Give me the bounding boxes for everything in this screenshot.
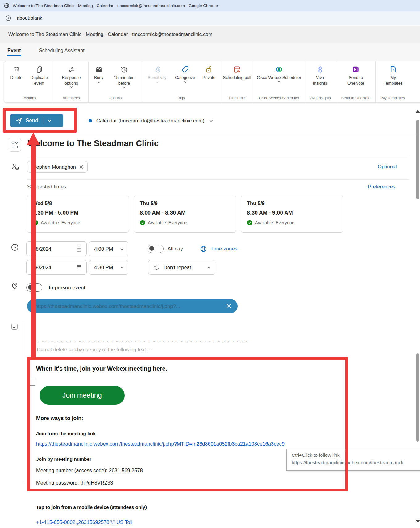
- location-pin-icon: [10, 282, 19, 291]
- availability-text: Available: Everyone: [148, 220, 187, 225]
- repeat-field[interactable]: Don't repeat: [148, 260, 215, 275]
- suggested-time-card[interactable]: Thu 5/9 8:00 AM - 8:30 AM Available: Eve…: [134, 196, 236, 233]
- time-zones-link[interactable]: Time zones: [210, 246, 237, 252]
- calendar-icon[interactable]: [76, 245, 82, 252]
- chevron-down-icon: [156, 81, 159, 83]
- join-meeting-button[interactable]: Join meeting: [40, 386, 125, 405]
- copy-icon: [35, 65, 43, 74]
- link-tooltip: Ctrl+Click to follow link https://theste…: [286, 449, 420, 471]
- ribbon-group-label: Viva Insights: [305, 96, 335, 102]
- image-placeholder-box: [30, 379, 35, 386]
- mobile-join-number-link[interactable]: +1-415-655-0002,,26315692578## US Toll: [36, 519, 132, 525]
- tooltip-url: https://thesteadmanclinic.webex.com/thes…: [292, 460, 417, 465]
- end-date-field[interactable]: 5/8/2024: [26, 260, 87, 275]
- suggested-time-card[interactable]: Wed 5/8 4:30 PM - 5:00 PM Available: Eve…: [27, 196, 129, 233]
- poll-calendar-icon: [233, 65, 241, 74]
- alarm-clock-icon: [120, 65, 128, 74]
- in-person-label: In-person event: [49, 285, 85, 291]
- send-split-divider: [44, 117, 44, 124]
- sliders-icon: [67, 65, 76, 74]
- start-time-field[interactable]: 4:00 PM: [89, 241, 128, 256]
- scrollbar-thumb[interactable]: [416, 120, 419, 199]
- webex-location-pill[interactable]: https://thesteadmanclinic.webex.com/thes…: [27, 299, 238, 313]
- scrollbar-thumb[interactable]: [416, 353, 419, 442]
- send-button[interactable]: Send: [10, 114, 63, 127]
- ribbon-button-label: Cisco Webex Scheduler: [257, 75, 301, 80]
- attendee-chip[interactable]: Stephen Monaghan: [27, 161, 88, 173]
- suggested-time-card[interactable]: Thu 5/9 8:30 AM - 9:00 AM Available: Eve…: [241, 196, 343, 233]
- meeting-password: Meeting password: thPgH8VRZ33: [36, 480, 113, 486]
- join-meeting-label: Join meeting: [62, 391, 102, 399]
- calendar-icon[interactable]: [76, 264, 82, 271]
- reminder-button[interactable]: 15 minutes before: [108, 61, 140, 88]
- start-date-field[interactable]: 5/8/2024: [26, 241, 87, 256]
- optional-attendees-link[interactable]: Optional: [378, 164, 397, 170]
- tab-event[interactable]: Event: [7, 48, 21, 53]
- categorize-button[interactable]: Categorize: [171, 61, 199, 83]
- send-dropdown-chevron[interactable]: [48, 119, 52, 122]
- ribbon-group-viva: Viva Insights Viva Insights: [304, 61, 336, 102]
- busy-status-button[interactable]: Busy: [90, 61, 108, 83]
- webex-headline: When it's time, join your Webex meeting …: [36, 365, 167, 372]
- ribbon-group-label: Options: [90, 96, 140, 102]
- address-bar[interactable]: about:blank: [0, 11, 420, 25]
- chevron-down-icon: [70, 86, 73, 88]
- private-button[interactable]: Private: [199, 61, 218, 80]
- url-text[interactable]: about:blank: [17, 15, 42, 21]
- ribbon-group-label: Tags: [143, 96, 218, 102]
- calendar-color-dot: [89, 119, 92, 122]
- my-templates-button[interactable]: My Templates: [377, 61, 410, 86]
- preferences-link[interactable]: Preferences: [368, 184, 395, 190]
- all-day-toggle[interactable]: [148, 245, 164, 253]
- send-to-onenote-button[interactable]: N Send to OneNote: [338, 61, 374, 86]
- viva-insights-icon: [316, 65, 324, 74]
- ribbon-button-label: Busy: [94, 75, 103, 80]
- response-options-button[interactable]: Response options: [56, 61, 87, 88]
- page-header: Welcome to The Steadman Clinic - Meeting…: [0, 26, 420, 43]
- suggested-date: Thu 5/9: [247, 200, 337, 206]
- delete-button[interactable]: Delete: [7, 61, 26, 80]
- cisco-webex-scheduler-button[interactable]: Cisco Webex Scheduler: [256, 61, 302, 83]
- repeat-value: Don't repeat: [164, 265, 191, 270]
- body-border: [24, 321, 24, 482]
- ribbon-button-label: Viva Insights: [310, 75, 330, 86]
- info-icon[interactable]: [5, 15, 12, 22]
- available-check-icon: [247, 220, 252, 225]
- chevron-down-icon: [207, 266, 211, 269]
- ribbon-group-templates: My Templates My Templates: [375, 61, 411, 102]
- chevron-down-icon: [120, 248, 124, 250]
- page-header-text: Welcome to The Steadman Clinic - Meeting…: [8, 32, 212, 37]
- calendar-selector[interactable]: Calendar (tmccormick@thesteadmanclinic.c…: [89, 114, 213, 127]
- ribbon-group-tags: Sensitivity Categorize: [142, 61, 220, 102]
- tooltip-hint: Ctrl+Click to follow link: [292, 452, 417, 458]
- event-charm-picker-button[interactable]: [9, 138, 21, 152]
- remove-attendee-icon[interactable]: [79, 165, 83, 169]
- chevron-down-icon: [120, 266, 124, 269]
- scrollbar-up-icon[interactable]: [416, 110, 420, 113]
- remove-location-icon[interactable]: [226, 303, 231, 309]
- event-title[interactable]: Welcome to The Steadman Clinic: [28, 139, 159, 148]
- ribbon-group-findtime: Scheduling poll FindTime: [220, 61, 254, 102]
- end-time-field[interactable]: 4:30 PM: [89, 260, 128, 275]
- ribbon-group-attendees: Response options Attendees: [54, 61, 88, 102]
- calendar-selector-label: Calendar (tmccormick@thesteadmanclinic.c…: [96, 118, 205, 124]
- in-person-toggle[interactable]: [26, 283, 42, 292]
- divider: [27, 179, 409, 180]
- suggested-date: Thu 5/9: [140, 200, 230, 206]
- scrollbar-down-icon[interactable]: [416, 520, 420, 523]
- ribbon-group-label: Cisco Webex Scheduler: [256, 96, 302, 102]
- scheduling-poll-button[interactable]: Scheduling poll: [221, 61, 253, 80]
- ribbon-toolbar: Delete Duplicate event Actions: [4, 61, 420, 103]
- ribbon-group-label: Send to OneNote: [338, 96, 374, 102]
- available-check-icon: [140, 220, 145, 225]
- chevron-down-icon: [277, 80, 281, 83]
- tab-scheduling-assistant[interactable]: Scheduling Assistant: [39, 48, 85, 53]
- duplicate-event-button[interactable]: Duplicate event: [26, 61, 53, 86]
- templates-icon: [389, 65, 397, 74]
- viva-insights-button[interactable]: Viva Insights: [305, 61, 335, 86]
- meeting-link[interactable]: https://thesteadmanclinic.webex.com/thes…: [36, 441, 285, 447]
- send-icon: [16, 117, 23, 124]
- meeting-link-heading: Join from the meeting link: [36, 431, 96, 436]
- open-lock-icon: [205, 65, 213, 74]
- chevron-down-icon: [209, 119, 213, 122]
